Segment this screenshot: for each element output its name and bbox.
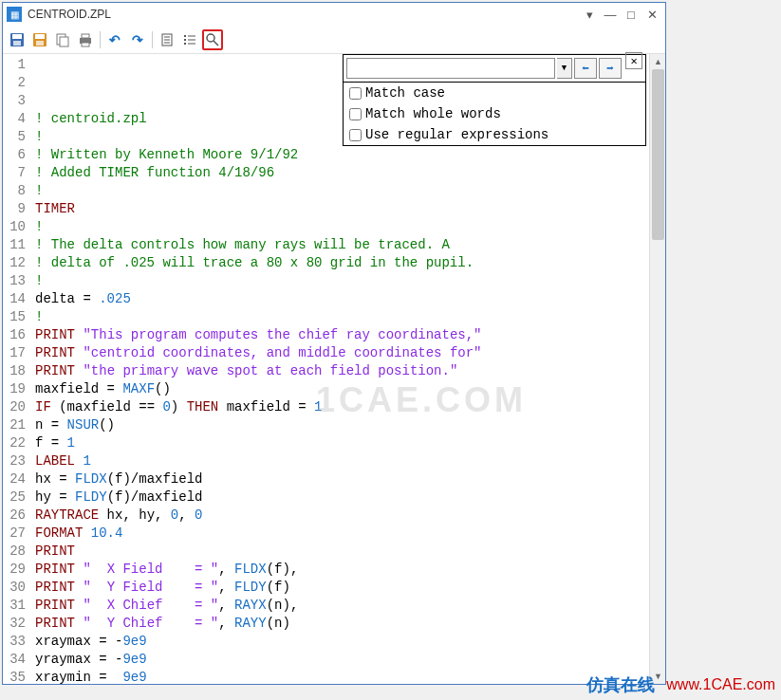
find-button[interactable] — [202, 29, 223, 50]
undo-button[interactable]: ↶ — [104, 29, 125, 50]
code-line[interactable]: RAYTRACE hx, hy, 0, 0 — [35, 507, 649, 525]
close-search-button[interactable]: ✕ — [625, 52, 642, 69]
save-as-icon — [32, 32, 47, 47]
code-line[interactable]: ! — [35, 272, 649, 290]
vertical-scrollbar[interactable]: ▲ ▼ — [649, 54, 665, 684]
code-line[interactable]: ! — [35, 308, 649, 326]
line-number: 18 — [3, 362, 26, 380]
line-number: 1 — [3, 56, 26, 74]
line-number: 23 — [3, 452, 26, 470]
code-line[interactable]: ! delta of .025 will trace a 80 x 80 gri… — [35, 254, 649, 272]
code-line[interactable]: TIMER — [35, 200, 649, 218]
dropdown-button[interactable]: ▾ — [580, 6, 599, 23]
search-panel: ▼ ⬅ ➡ ✕ Match case Match whole words Use… — [343, 54, 646, 146]
code-line[interactable]: maxfield = MAXF() — [35, 380, 649, 398]
save-button[interactable] — [7, 29, 28, 50]
footer: 仿真在线 www.1CAE.com — [586, 673, 775, 696]
code-line[interactable]: ! Written by Kenneth Moore 9/1/92 — [35, 146, 649, 164]
line-number: 32 — [3, 615, 26, 633]
search-input[interactable] — [346, 58, 555, 79]
find-next-button[interactable]: ➡ — [599, 58, 622, 79]
line-gutter: 1234567891011121314151617181920212223242… — [3, 54, 31, 684]
print-button[interactable] — [75, 29, 96, 50]
svg-line-22 — [214, 41, 218, 46]
svg-rect-4 — [35, 34, 45, 39]
code-line[interactable]: PRINT "the primary wave spot at each fie… — [35, 362, 649, 380]
save-icon — [9, 32, 25, 47]
match-whole-checkbox[interactable] — [349, 108, 362, 120]
code-content[interactable]: 1CAE.COM ! centroid.zpl!! Written by Ken… — [31, 54, 649, 684]
line-number: 17 — [3, 344, 26, 362]
code-line[interactable]: xraymax = -9e9 — [35, 633, 649, 651]
uncomment-button[interactable] — [179, 29, 200, 50]
window-title: CENTROID.ZPL — [28, 8, 580, 21]
comment-button[interactable] — [157, 29, 177, 50]
match-whole-label: Match whole words — [365, 106, 501, 121]
line-number: 2 — [3, 74, 26, 92]
code-line[interactable]: delta = .025 — [35, 290, 649, 308]
toolbar-separator — [100, 31, 101, 48]
titlebar: ▦ CENTROID.ZPL ▾ — □ ✕ — [3, 3, 665, 26]
code-line[interactable]: PRINT " Y Chief = ", RAYY(n) — [35, 615, 649, 633]
line-number: 34 — [3, 651, 26, 669]
search-history-dropdown[interactable]: ▼ — [557, 58, 572, 79]
scroll-up-arrow[interactable]: ▲ — [650, 54, 665, 69]
regex-option[interactable]: Use regular expressions — [344, 124, 645, 145]
close-button[interactable]: ✕ — [642, 6, 661, 23]
line-number: 16 — [3, 326, 26, 344]
list-icon — [182, 32, 197, 47]
line-number: 3 — [3, 92, 26, 110]
line-number: 27 — [3, 525, 26, 543]
line-number: 25 — [3, 488, 26, 507]
code-line[interactable]: xraymin = 9e9 — [35, 669, 649, 684]
app-icon: ▦ — [7, 7, 22, 22]
code-line[interactable]: ! The delta controls how many rays will … — [35, 236, 649, 254]
toolbar-separator — [152, 31, 153, 48]
svg-rect-7 — [60, 37, 68, 46]
code-line[interactable]: hy = FLDY(f)/maxfield — [35, 488, 649, 507]
code-line[interactable]: PRINT "This program computes the chief r… — [35, 326, 649, 344]
line-number: 26 — [3, 507, 26, 525]
line-number: 4 — [3, 110, 26, 128]
code-line[interactable]: f = 1 — [35, 434, 649, 452]
code-line[interactable]: ! — [35, 218, 649, 236]
regex-checkbox[interactable] — [349, 129, 362, 141]
toolbar: ↶ ↷ — [3, 26, 665, 54]
find-prev-button[interactable]: ⬅ — [574, 58, 597, 79]
line-number: 10 — [3, 218, 26, 236]
window-controls: ▾ — □ ✕ — [580, 6, 661, 23]
code-line[interactable]: PRINT " X Field = ", FLDX(f), — [35, 561, 649, 579]
svg-rect-1 — [12, 34, 22, 39]
save-as-button[interactable] — [29, 29, 50, 50]
line-number: 6 — [3, 146, 26, 164]
code-line[interactable]: PRINT " Y Field = ", FLDY(f) — [35, 579, 649, 597]
code-line[interactable]: LABEL 1 — [35, 452, 649, 470]
match-whole-option[interactable]: Match whole words — [344, 103, 645, 124]
code-line[interactable]: n = NSUR() — [35, 416, 649, 434]
code-line[interactable]: ! — [35, 182, 649, 200]
code-line[interactable]: yraymax = -9e9 — [35, 651, 649, 669]
scroll-thumb[interactable] — [652, 69, 664, 240]
code-line[interactable]: FORMAT 10.4 — [35, 525, 649, 543]
svg-rect-2 — [13, 41, 21, 46]
code-line[interactable]: ! Added TIMER function 4/18/96 — [35, 164, 649, 182]
minimize-button[interactable]: — — [601, 6, 620, 23]
match-case-checkbox[interactable] — [349, 87, 362, 100]
regex-label: Use regular expressions — [365, 127, 549, 142]
redo-button[interactable]: ↷ — [127, 29, 148, 50]
line-number: 12 — [3, 254, 26, 272]
code-line[interactable]: PRINT — [35, 543, 649, 561]
maximize-button[interactable]: □ — [622, 6, 641, 23]
copy-button[interactable] — [52, 29, 73, 50]
svg-rect-5 — [36, 41, 44, 46]
comment-icon — [159, 32, 175, 47]
code-line[interactable]: IF (maxfield == 0) THEN maxfield = 1 — [35, 398, 649, 416]
search-options: Match case Match whole words Use regular… — [344, 82, 645, 145]
line-number: 5 — [3, 128, 26, 146]
code-line[interactable]: hx = FLDX(f)/maxfield — [35, 470, 649, 488]
footer-url: www.1CAE.com — [666, 676, 775, 693]
code-line[interactable]: PRINT " X Chief = ", RAYX(n), — [35, 597, 649, 615]
line-number: 9 — [3, 200, 26, 218]
code-line[interactable]: PRINT "centroid coordinates, and middle … — [35, 344, 649, 362]
match-case-option[interactable]: Match case — [344, 83, 645, 103]
